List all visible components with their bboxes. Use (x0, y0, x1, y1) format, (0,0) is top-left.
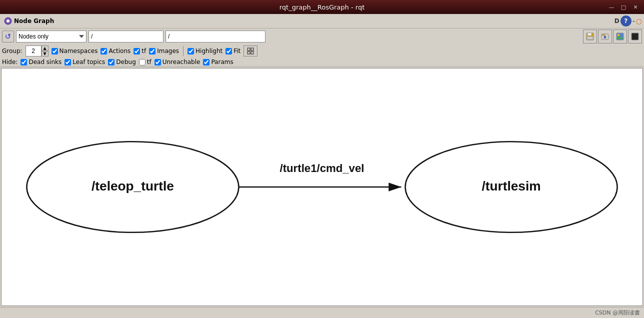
svg-rect-8 (632, 33, 638, 40)
images-checkbox[interactable] (149, 48, 156, 54)
svg-rect-3 (588, 33, 592, 36)
load-icon (601, 32, 609, 40)
edge-label: /turtle1/cmd_vel (280, 162, 364, 174)
debug-label: Debug (116, 58, 136, 66)
controls-row2: Group: ▲ ▼ Namespaces Actions tf Images (0, 44, 644, 58)
group-label: Group: (2, 48, 22, 54)
spin-down-button[interactable]: ▼ (42, 51, 48, 56)
group-value-input[interactable] (26, 46, 42, 56)
tf-row2-checkbox[interactable] (134, 48, 140, 54)
images-checkbox-label[interactable]: Images (149, 48, 179, 54)
titlebar-controls: — □ ✕ (607, 2, 640, 12)
params-checkbox[interactable] (203, 59, 210, 66)
view-mode-dropdown[interactable]: Nodes only Nodes/Topics (all) Nodes/Topi… (16, 30, 86, 42)
leaf-topics-label: Leaf topics (72, 58, 105, 66)
hide-label: Hide: (2, 58, 18, 66)
fit-button[interactable] (244, 46, 258, 56)
tf-row2-checkbox-label[interactable]: tf (134, 48, 146, 54)
namespaces-checkbox[interactable] (52, 48, 58, 54)
namespaces-label: Namespaces (60, 48, 98, 54)
unreachable-label: Unreachable (162, 58, 200, 66)
circle-label: ○ (636, 17, 642, 25)
debug-checkbox[interactable] (108, 59, 114, 66)
tf-row3-checkbox-label[interactable]: tf (139, 58, 152, 66)
highlight-checkbox-label[interactable]: Highlight (188, 48, 222, 54)
highlight-checkbox[interactable] (188, 48, 194, 54)
fit-icon (247, 48, 254, 54)
svg-rect-9 (248, 48, 250, 50)
tf-row3-checkbox[interactable] (139, 59, 146, 66)
highlight-label: Highlight (196, 48, 222, 54)
refresh-button[interactable]: ↺ (2, 30, 14, 42)
svg-point-7 (618, 34, 620, 36)
tf-row2-label: tf (142, 48, 146, 54)
dash-label: - (632, 17, 635, 25)
export-icon (616, 32, 624, 40)
svg-rect-12 (251, 52, 254, 54)
export-icon-button[interactable] (613, 30, 627, 44)
minimize-button[interactable]: — (607, 2, 616, 12)
node-graph-title-text: Node Graph (14, 18, 54, 24)
node-graph-icon (4, 17, 12, 25)
node-graph-header: Node Graph (2, 17, 56, 25)
fit-label: Fit (234, 48, 240, 54)
svg-rect-4 (587, 36, 593, 40)
maximize-button[interactable]: □ (619, 2, 628, 12)
filter2-input[interactable] (166, 30, 266, 42)
spin-buttons: ▲ ▼ (42, 46, 48, 56)
status-bar: CSDN @周阳读書 (0, 307, 644, 318)
titlebar-title: rqt_graph__RosGraph - rqt (280, 4, 365, 11)
main-window: Node Graph D ? - ○ ↺ Nodes only Nodes/To… (0, 14, 644, 318)
leaf-topics-checkbox[interactable] (64, 59, 71, 66)
close-button[interactable]: ✕ (631, 2, 640, 12)
params-label: Params (211, 58, 233, 66)
right-toolbar: D ? - ○ (614, 16, 642, 26)
d-label: D (614, 18, 620, 24)
help-button[interactable]: ? (620, 16, 632, 26)
fit-checkbox-label[interactable]: Fit (226, 48, 240, 54)
svg-rect-10 (251, 48, 254, 50)
dead-sinks-label: Dead sinks (28, 58, 62, 66)
teleop-turtle-label: /teleop_turtle (92, 178, 174, 194)
leaf-topics-checkbox-label[interactable]: Leaf topics (64, 58, 105, 66)
save-icon-button[interactable] (583, 30, 597, 44)
actions-checkbox-label[interactable]: Actions (100, 48, 130, 54)
namespaces-checkbox-label[interactable]: Namespaces (52, 48, 98, 54)
app-header: Node Graph D ? - ○ (0, 14, 644, 28)
separator1 (183, 46, 184, 56)
load-icon-button[interactable] (598, 30, 612, 44)
unreachable-checkbox-label[interactable]: Unreachable (154, 58, 200, 66)
controls-row1: ↺ Nodes only Nodes/Topics (all) Nodes/To… (0, 28, 644, 44)
svg-point-1 (6, 20, 10, 22)
actions-label: Actions (108, 48, 130, 54)
refresh-icon: ↺ (5, 32, 12, 41)
close-icon (631, 32, 639, 40)
titlebar: rqt_graph__RosGraph - rqt — □ ✕ (0, 0, 644, 14)
toolbar-icon-group (583, 30, 642, 44)
group-spinner: ▲ ▼ (26, 46, 48, 56)
svg-rect-11 (248, 52, 250, 54)
params-checkbox-label[interactable]: Params (203, 58, 233, 66)
dead-sinks-checkbox-label[interactable]: Dead sinks (20, 58, 62, 66)
images-label: Images (157, 48, 179, 54)
graph-canvas: /teleop_turtle /turtlesim /turtle1/cmd_v… (2, 68, 642, 306)
turtlesim-label: /turtlesim (482, 178, 540, 194)
actions-checkbox[interactable] (100, 48, 107, 54)
filter1-input[interactable] (88, 30, 164, 42)
graph-area[interactable]: /teleop_turtle /turtlesim /turtle1/cmd_v… (1, 68, 643, 306)
spin-up-button[interactable]: ▲ (42, 46, 48, 51)
unreachable-checkbox[interactable] (154, 59, 161, 66)
credit-text: CSDN @周阳读書 (595, 309, 640, 316)
debug-checkbox-label[interactable]: Debug (108, 58, 136, 66)
controls-row3: Hide: Dead sinks Leaf topics Debug tf Un… (0, 58, 644, 67)
save-icon (586, 32, 594, 40)
close-icon-button[interactable] (628, 30, 642, 44)
tf-row3-label: tf (147, 58, 152, 66)
dead-sinks-checkbox[interactable] (20, 59, 27, 66)
fit-checkbox[interactable] (226, 48, 232, 54)
